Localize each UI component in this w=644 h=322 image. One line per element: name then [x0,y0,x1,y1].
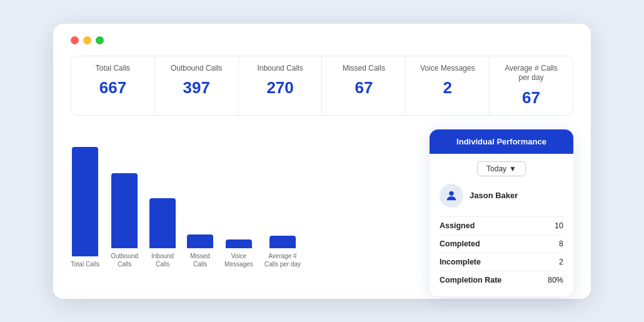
svg-point-0 [449,191,453,195]
user-row: Jason Baker [440,184,563,208]
bar-label: Average #Calls per day [264,252,301,268]
stat-label: Average # Calls per day [500,64,563,83]
stat-label: Missed Calls [332,64,395,74]
stat-label: Total Calls [81,64,144,74]
traffic-lights [71,36,573,44]
stat-cell: Voice Messages 2 [406,56,490,115]
stat-cell: Inbound Calls 270 [239,56,323,115]
perf-metric-row: Completion Rate 80% [440,271,563,289]
bar-chart: Total CallsOutboundCallsInboundCallsMiss… [71,146,420,296]
main-window: Total Calls 667 Outbound Calls 397 Inbou… [53,24,591,299]
bar-label: Total Calls [71,260,99,268]
performance-panel-header: Individual Performance [430,129,573,154]
perf-metric-value: 8 [559,239,563,248]
bar-group: VoiceMessages [224,239,253,268]
stat-cell: Total Calls 667 [71,56,155,115]
bar-label: InboundCalls [151,252,174,268]
perf-metric-row: Incomplete 2 [440,253,563,271]
bar-label: OutboundCalls [111,252,138,268]
close-button[interactable] [71,36,79,44]
user-name: Jason Baker [470,191,518,200]
bar [111,173,138,248]
stat-value: 2 [416,78,479,98]
performance-metrics: Assigned 10 Completed 8 Incomplete 2 Com… [440,216,563,289]
bar-group: InboundCalls [149,198,176,268]
bottom-area: Total CallsOutboundCallsInboundCallsMiss… [71,129,573,296]
bar-label: VoiceMessages [224,252,253,268]
stat-cell: Missed Calls 67 [322,56,406,115]
bars-container: Total CallsOutboundCallsInboundCallsMiss… [71,146,420,268]
stat-value: 397 [165,78,228,98]
bar-group: Average #Calls per day [264,236,301,268]
stats-table: Total Calls 667 Outbound Calls 397 Inbou… [71,56,573,116]
perf-metric-label: Incomplete [440,258,481,266]
bar [187,234,213,248]
stat-label: Inbound Calls [249,64,312,74]
maximize-button[interactable] [96,36,104,44]
bar-group: OutboundCalls [111,173,138,268]
bar-group: Total Calls [71,147,99,268]
stat-value: 270 [249,78,312,98]
bar-group: MissedCalls [187,234,213,268]
perf-metric-value: 80% [548,276,563,284]
perf-metric-value: 10 [555,221,563,230]
performance-panel-body: Today ▼ Jason Baker Assigned 10 [430,154,573,296]
perf-metric-label: Completion Rate [440,276,501,284]
user-icon [445,189,458,203]
stat-label: Voice Messages [416,64,479,74]
panel-title: Individual Performance [456,137,546,146]
bar [226,239,252,248]
filter-row: Today ▼ [440,161,563,176]
stat-value: 67 [332,78,395,98]
stat-label: Outbound Calls [165,64,228,74]
stat-value: 667 [81,78,144,98]
bar [149,198,176,248]
perf-metric-label: Assigned [440,221,475,230]
perf-metric-row: Completed 8 [440,235,563,253]
stat-cell: Outbound Calls 397 [155,56,239,115]
filter-label: Today [486,164,506,173]
avatar [440,184,463,208]
performance-panel: Individual Performance Today ▼ [430,129,573,296]
filter-button[interactable]: Today ▼ [477,161,526,176]
dropdown-icon: ▼ [509,164,516,173]
perf-metric-row: Assigned 10 [440,217,563,235]
perf-metric-value: 2 [559,258,563,266]
stat-cell: Average # Calls per day 67 [490,56,573,115]
perf-metric-label: Completed [440,239,480,248]
minimize-button[interactable] [83,36,91,44]
bar [72,147,98,256]
bar-label: MissedCalls [190,252,210,268]
stat-value: 67 [500,88,563,108]
bar [269,236,296,248]
